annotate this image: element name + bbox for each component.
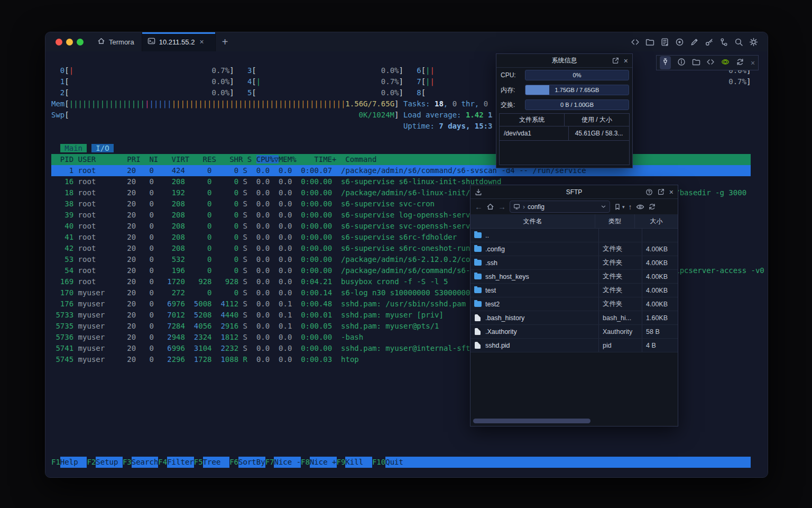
system-info-titlebar: 系统信息 × [496, 54, 632, 68]
breadcrumb-current-folder[interactable]: config [528, 203, 545, 211]
fkey-f10[interactable]: F10 [372, 457, 385, 468]
search-icon[interactable] [734, 38, 743, 47]
record-icon[interactable] [675, 38, 684, 47]
fkey-label[interactable]: Nice - [274, 457, 301, 468]
info-icon[interactable] [677, 58, 686, 68]
file-row[interactable]: sshd.pidpid4 B [470, 339, 678, 352]
traffic-lights [45, 32, 90, 51]
file-type: 文件夹 [599, 284, 642, 297]
size-col-header[interactable]: 大小 [635, 214, 678, 228]
key-icon[interactable] [705, 38, 714, 47]
close-tab-icon[interactable]: × [199, 38, 204, 46]
filesystem-row[interactable]: /dev/vda1 45.61GB / 58.3... [500, 126, 629, 141]
refresh-icon[interactable] [648, 203, 656, 211]
home-tab-label: Termora [109, 38, 134, 46]
home-icon [97, 37, 105, 47]
upload-icon[interactable]: ↑ [629, 203, 632, 211]
fkey-label[interactable]: Search [132, 457, 159, 468]
fkey-f1[interactable]: F1 [51, 457, 60, 468]
titlebar: Termora 10.211.55.2 × + [45, 32, 768, 52]
fkey-label[interactable]: Setup [96, 457, 123, 468]
help-icon[interactable] [645, 188, 653, 196]
fkey-f9[interactable]: F9 [337, 457, 346, 468]
folder-icon [474, 260, 482, 266]
file-row[interactable]: .. [470, 229, 678, 242]
sftp-nav-toolbar: ← → › config ▾ ↑ [470, 199, 678, 215]
close-panel-icon[interactable]: × [669, 188, 673, 196]
path-breadcrumb[interactable]: › config [510, 201, 610, 213]
file-size: 4.00KB [642, 242, 678, 256]
file-table-header: 文件名 类型 大小 [470, 214, 678, 229]
memory-usage-row: 内存: 1.75GB / 7.65GB [496, 83, 632, 97]
fkey-label[interactable]: Kill [345, 457, 372, 468]
edit-icon[interactable] [690, 38, 699, 47]
file-row[interactable]: test文件夹4.00KB [470, 284, 678, 297]
file-type: 文件夹 [599, 242, 642, 256]
file-row[interactable]: .XauthorityXauthority58 B [470, 325, 678, 339]
fkey-label[interactable]: Quit [385, 457, 412, 468]
back-icon[interactable]: ← [475, 203, 483, 211]
file-type: bash_hi... [599, 311, 642, 324]
bookmark-control[interactable]: ▾ [614, 203, 625, 211]
code-icon[interactable] [631, 38, 640, 47]
fkey-f8[interactable]: F8 [301, 457, 310, 468]
minimize-window-button[interactable] [66, 39, 73, 46]
open-in-window-icon[interactable] [658, 188, 665, 195]
fkey-f4[interactable]: F4 [158, 457, 167, 468]
file-row[interactable]: .ssh文件夹4.00KB [470, 256, 678, 270]
computer-icon [513, 203, 520, 210]
home-icon[interactable] [486, 203, 494, 211]
fkey-f7[interactable]: F7 [265, 457, 274, 468]
close-window-button[interactable] [56, 39, 62, 46]
process-row: 170 myuser 20 0 272 0 0 S 0.0 0.0 0:00.1… [51, 287, 537, 298]
filename-col-header[interactable]: 文件名 [470, 214, 595, 228]
fkey-label[interactable]: Nice + [310, 457, 337, 468]
type-col-header[interactable]: 类型 [595, 214, 635, 228]
code-icon[interactable] [706, 58, 715, 68]
fkey-f3[interactable]: F3 [123, 457, 132, 468]
fkey-label[interactable]: Help [60, 457, 87, 468]
horizontal-scrollbar[interactable] [473, 419, 590, 423]
close-panel-icon[interactable]: × [624, 57, 628, 65]
close-icon[interactable]: × [751, 59, 755, 67]
file-row[interactable]: test2文件夹4.00KB [470, 297, 678, 311]
fnbar-filler [412, 457, 751, 468]
process-row: 38 root 20 0 208 0 0 S 0.0 0.0 0:00.00 s… [51, 198, 435, 210]
zoom-window-button[interactable] [77, 39, 84, 46]
new-tab-button[interactable]: + [216, 32, 235, 51]
folder-icon[interactable] [645, 38, 654, 47]
folder-icon[interactable] [692, 58, 700, 68]
breadcrumb-separator: › [523, 203, 525, 211]
file-name: .config [485, 246, 505, 253]
forward-icon[interactable]: → [498, 203, 506, 211]
settings-icon[interactable] [749, 38, 758, 47]
tab-home[interactable]: Termora [90, 32, 142, 51]
open-in-window-icon[interactable] [612, 57, 619, 64]
log-icon[interactable] [660, 38, 669, 47]
tab-session-active[interactable]: 10.211.55.2 × [142, 32, 216, 51]
folder-icon [474, 301, 482, 307]
chevron-down-icon[interactable] [601, 204, 606, 210]
fkey-label[interactable]: SortBy [238, 457, 265, 468]
file-row[interactable]: .config文件夹4.00KB [470, 242, 678, 256]
show-hidden-icon[interactable] [636, 203, 644, 211]
fkey-f2[interactable]: F2 [87, 457, 96, 468]
sync-icon[interactable] [736, 58, 744, 68]
keychain-icon[interactable] [719, 38, 728, 47]
fkey-f6[interactable]: F6 [229, 457, 238, 468]
file-type [599, 229, 642, 242]
filesystem-col-header: 文件系统 [500, 114, 565, 126]
gpu-icon[interactable] [721, 58, 730, 68]
file-size: 1.60KB [642, 311, 678, 324]
file-size: 4.00KB [642, 256, 678, 269]
pin-icon[interactable] [660, 56, 671, 69]
file-row[interactable]: .bash_historybash_hi...1.60KB [470, 311, 678, 325]
file-name: sshd.pid [485, 342, 510, 349]
fkey-label[interactable]: Filter [167, 457, 194, 468]
file-name: ssh_host_keys [485, 273, 529, 280]
fkey-label[interactable]: Tree [203, 457, 230, 468]
caret-down-icon[interactable]: ▾ [622, 204, 625, 210]
fkey-f5[interactable]: F5 [194, 457, 203, 468]
file-row[interactable]: ssh_host_keys文件夹4.00KB [470, 270, 678, 284]
memory-value: 1.75GB / 7.65GB [525, 85, 629, 95]
